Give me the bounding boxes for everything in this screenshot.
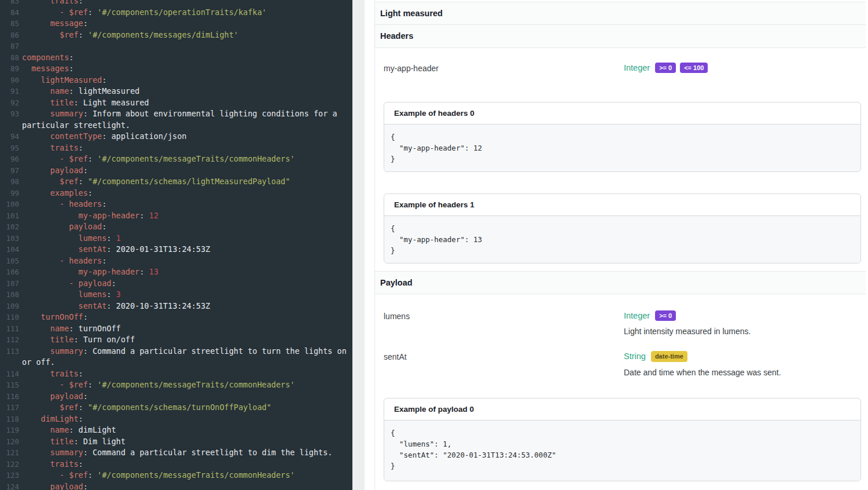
editor-line[interactable]: 85 message: [0, 18, 352, 30]
editor-line[interactable]: 123 - $ref: '#/components/messageTraits/… [0, 470, 352, 481]
schema-badge: <= 100 [680, 63, 708, 73]
editor-line[interactable]: 105 - headers: [0, 255, 352, 267]
editor-line[interactable]: 84 - $ref: '#/components/operationTraits… [0, 7, 352, 19]
editor-line[interactable]: 91 name: lightMeasured [0, 86, 352, 97]
schema-badge: date-time [651, 351, 687, 361]
line-number: 103 [0, 233, 19, 244]
editor-line[interactable]: 90 lightMeasured: [0, 75, 352, 86]
example-title: Example of headers 1 [384, 194, 860, 216]
field-type: String [624, 352, 646, 361]
editor-line[interactable]: 83 traits: [0, 0, 352, 7]
line-number: 104 [0, 244, 19, 255]
editor-line[interactable]: 96 - $ref: '#/components/messageTraits/c… [0, 153, 352, 165]
line-number: 84 [0, 7, 19, 19]
example-title: Example of payload 0 [384, 398, 860, 420]
headers-section-bar: Headers [375, 25, 866, 48]
field-my-app-header: my-app-header Integer >= 0<= 100 [375, 63, 866, 73]
editor-line[interactable]: 103 lumens: 1 [0, 233, 352, 244]
editor-line[interactable]: 104 sentAt: 2020-01-31T13:24:53Z [0, 244, 352, 255]
field-name: sentAt [384, 351, 624, 376]
schema-badge: >= 0 [655, 63, 676, 73]
line-number: 107 [0, 278, 19, 290]
line-number: 117 [0, 402, 19, 414]
editor-line[interactable]: 110 turnOnOff: [0, 312, 352, 323]
payload-section-bar: Payload [375, 271, 866, 294]
editor-line[interactable]: 86 $ref: '#/components/messages/dimLight… [0, 30, 352, 41]
line-number: 92 [0, 97, 19, 109]
editor-line[interactable]: 87 [0, 41, 352, 52]
line-number: 96 [0, 153, 19, 165]
line-number: 124 [0, 481, 19, 490]
line-number: 98 [0, 176, 19, 188]
editor-line[interactable]: particular streetlight. [0, 120, 352, 131]
editor-line[interactable]: 118 dimLight: [0, 414, 352, 425]
editor-line[interactable]: 92 title: Light measured [0, 97, 352, 109]
yaml-editor[interactable]: 83 traits:84 - $ref: '#/components/opera… [0, 0, 352, 490]
editor-line[interactable]: 98 $ref: "#/components/schemas/lightMeas… [0, 176, 352, 188]
editor-line[interactable]: 89 messages: [0, 63, 352, 75]
editor-line[interactable]: 115 - $ref: '#/components/messageTraits/… [0, 379, 352, 391]
line-number: 121 [0, 447, 19, 459]
editor-line[interactable]: 102 payload: [0, 221, 352, 233]
editor-line[interactable]: 99 examples: [0, 188, 352, 199]
line-number: 118 [0, 414, 19, 425]
editor-line[interactable]: 109 sentAt: 2020-10-31T13:24:53Z [0, 301, 352, 312]
editor-line[interactable]: 122 traits: [0, 459, 352, 470]
editor-line[interactable]: 112 title: Turn on/off [0, 334, 352, 346]
line-number: 110 [0, 312, 19, 323]
field-format-badges: date-time [651, 351, 692, 361]
editor-line[interactable]: 106 my-app-header: 13 [0, 266, 352, 278]
editor-line[interactable]: 108 lumens: 3 [0, 289, 352, 301]
headers-section-label: Headers [380, 31, 413, 41]
line-number: 100 [0, 199, 19, 210]
editor-line[interactable]: 121 summary: Command a particular street… [0, 447, 352, 459]
editor-line[interactable]: 93 summary: Inform about environmental l… [0, 108, 352, 120]
docs-panel[interactable]: Light measured Headers my-app-header Int… [374, 0, 866, 490]
line-number: 101 [0, 210, 19, 222]
line-number: 94 [0, 131, 19, 142]
editor-line[interactable]: 120 title: Dim light [0, 436, 352, 448]
schema-badge: >= 0 [655, 310, 676, 321]
field-description: Light intensity measured in lumens. [624, 327, 866, 336]
editor-line[interactable]: 95 traits: [0, 142, 352, 154]
editor-line[interactable]: 88components: [0, 52, 352, 64]
editor-line[interactable]: 124 payload: [0, 481, 352, 490]
editor-line[interactable]: 107 - payload: [0, 278, 352, 290]
line-number: 91 [0, 86, 19, 97]
editor-line[interactable]: 97 payload: [0, 165, 352, 177]
example-headers-0: Example of headers 0 { "my-app-header": … [384, 102, 861, 172]
line-number [0, 357, 19, 368]
example-headers-1: Example of headers 1 { "my-app-header": … [384, 193, 861, 264]
editor-line[interactable]: 111 name: turnOnOff [0, 323, 352, 335]
editor-line[interactable]: 101 my-app-header: 12 [0, 210, 352, 222]
line-number: 95 [0, 142, 19, 154]
line-number: 115 [0, 379, 19, 391]
editor-line[interactable]: 114 traits: [0, 368, 352, 380]
pane-divider[interactable] [352, 0, 365, 490]
editor-line[interactable]: or off. [0, 357, 352, 368]
line-number [0, 120, 19, 131]
editor-line[interactable]: 117 $ref: "#/components/schemas/turnOnOf… [0, 402, 352, 414]
asyncapi-studio: 83 traits:84 - $ref: '#/components/opera… [0, 0, 868, 490]
field-description: Date and time when the message was sent. [624, 368, 866, 377]
field-lumens: lumens Integer >= 0 Light intensity meas… [375, 310, 866, 336]
line-number: 105 [0, 255, 19, 267]
line-number: 99 [0, 188, 19, 199]
editor-lines: 83 traits:84 - $ref: '#/components/opera… [0, 0, 352, 490]
editor-line[interactable]: 94 contentType: application/json [0, 131, 352, 142]
example-json: { "my-app-header": 12 } [384, 125, 860, 171]
line-number: 97 [0, 165, 19, 177]
message-title: Light measured [380, 9, 443, 18]
line-number: 108 [0, 289, 19, 301]
field-constraint-badges: >= 0<= 100 [655, 63, 712, 73]
example-payload-0: Example of payload 0 { "lumens": 1, "sen… [384, 398, 861, 481]
line-number: 113 [0, 346, 19, 357]
line-number: 88 [0, 52, 19, 64]
line-number: 106 [0, 266, 19, 278]
editor-line[interactable]: 113 summary: Command a particular street… [0, 346, 352, 357]
line-number: 111 [0, 323, 19, 335]
editor-line[interactable]: 119 name: dimLight [0, 425, 352, 436]
line-number: 120 [0, 436, 19, 448]
editor-line[interactable]: 116 payload: [0, 391, 352, 403]
editor-line[interactable]: 100 - headers: [0, 199, 352, 210]
